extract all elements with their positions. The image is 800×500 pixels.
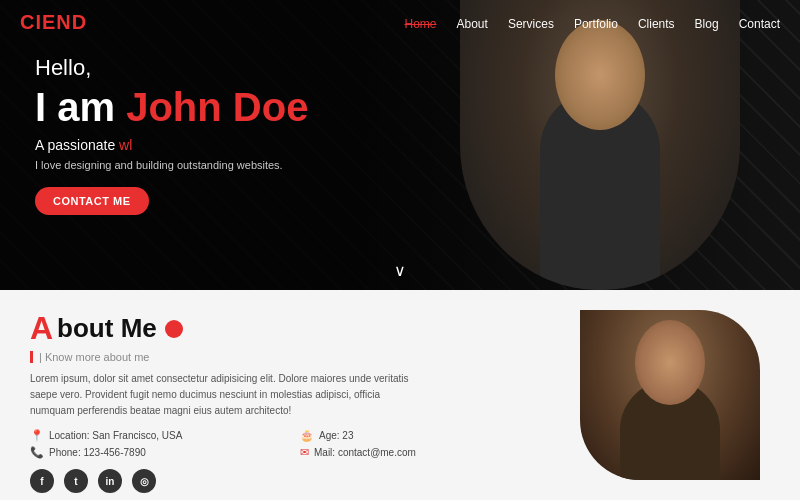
about-location: 📍 Location: San Francisco, USA	[30, 429, 280, 442]
nav-item-contact[interactable]: Contact	[739, 14, 780, 32]
about-info-grid: 📍 Location: San Francisco, USA 🎂 Age: 23…	[30, 429, 550, 459]
nav-item-services[interactable]: Services	[508, 14, 554, 32]
navbar: CIEND Home About Services Portfolio Clie…	[0, 0, 800, 45]
twitter-icon[interactable]: t	[64, 469, 88, 493]
about-section: About Me | Know more about me Lorem ipsu…	[0, 290, 800, 500]
logo-text: CIEND	[20, 11, 87, 33]
hero-typed-text: wl	[119, 137, 132, 153]
about-profile-photo	[580, 310, 760, 480]
about-location-text: Location: San Francisco, USA	[49, 430, 182, 441]
nav-links: Home About Services Portfolio Clients Bl…	[405, 14, 781, 32]
facebook-icon[interactable]: f	[30, 469, 54, 493]
hero-subtitle-static: A passionate	[35, 137, 119, 153]
nav-item-home[interactable]: Home	[405, 14, 437, 32]
about-mail-text: Mail: contact@me.com	[314, 447, 416, 458]
about-description: Lorem ipsum, dolor sit amet consectetur …	[30, 371, 410, 419]
about-right-photo	[570, 310, 770, 480]
about-mail: ✉ Mail: contact@me.com	[300, 446, 550, 459]
github-icon[interactable]: ◎	[132, 469, 156, 493]
about-subtitle: | Know more about me	[30, 351, 550, 363]
nav-item-about[interactable]: About	[457, 14, 488, 32]
about-left-content: About Me | Know more about me Lorem ipsu…	[30, 310, 550, 480]
nav-item-blog[interactable]: Blog	[695, 14, 719, 32]
about-phone-text: Phone: 123-456-7890	[49, 447, 146, 458]
hero-greeting: Hello,	[35, 55, 308, 81]
linkedin-icon[interactable]: in	[98, 469, 122, 493]
about-title: About Me	[30, 310, 550, 347]
hero-name-heading: I am John Doe	[35, 85, 308, 129]
about-bubble-icon	[165, 320, 183, 338]
location-icon: 📍	[30, 429, 44, 442]
contact-me-button[interactable]: CONTACT ME	[35, 187, 149, 215]
mail-icon: ✉	[300, 446, 309, 459]
logo: CIEND	[20, 11, 87, 34]
hero-content: Hello, I am John Doe A passionate wl I l…	[35, 55, 308, 215]
nav-item-clients[interactable]: Clients	[638, 14, 675, 32]
nav-item-portfolio[interactable]: Portfolio	[574, 14, 618, 32]
hero-intro-text: I am	[35, 85, 126, 129]
about-title-rest: bout Me	[57, 313, 157, 344]
age-icon: 🎂	[300, 429, 314, 442]
scroll-chevron[interactable]: ∨	[394, 261, 406, 280]
hero-section: CIEND Home About Services Portfolio Clie…	[0, 0, 800, 290]
hero-subtitle: A passionate wl	[35, 137, 308, 153]
about-title-letter: A	[30, 310, 53, 347]
phone-icon: 📞	[30, 446, 44, 459]
about-phone: 📞 Phone: 123-456-7890	[30, 446, 280, 459]
about-age-text: Age: 23	[319, 430, 353, 441]
hero-name-text: John Doe	[126, 85, 308, 129]
social-links: f t in ◎	[30, 469, 550, 493]
hero-description: I love designing and building outstandin…	[35, 159, 308, 171]
about-age: 🎂 Age: 23	[300, 429, 550, 442]
